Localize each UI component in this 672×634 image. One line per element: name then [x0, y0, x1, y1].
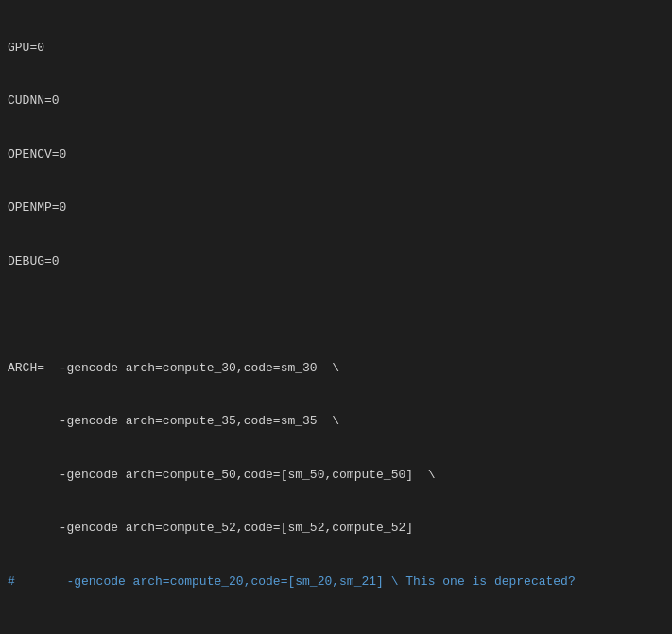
line-arch3: -gencode arch=compute_50,code=[sm_50,com… [8, 467, 664, 485]
line-gpu: GPU=0 [8, 40, 664, 58]
code-view: GPU=0 CUDNN=0 OPENCV=0 OPENMP=0 DEBUG=0 … [0, 0, 672, 634]
line-arch1: ARCH= -gencode arch=compute_30,code=sm_3… [8, 360, 664, 378]
line-empty-1 [8, 306, 664, 324]
line-arch-deprecated: # -gencode arch=compute_20,code=[sm_20,s… [8, 574, 664, 591]
line-debug: DEBUG=0 [8, 253, 664, 271]
line-opencv: OPENCV=0 [8, 146, 664, 164]
line-arch4: -gencode arch=compute_52,code=[sm_52,com… [8, 520, 664, 538]
line-openmp: OPENMP=0 [8, 199, 664, 217]
line-arch2: -gencode arch=compute_35,code=sm_35 \ [8, 413, 664, 431]
line-empty-2 [8, 627, 664, 634]
line-cudnn: CUDNN=0 [8, 93, 664, 111]
